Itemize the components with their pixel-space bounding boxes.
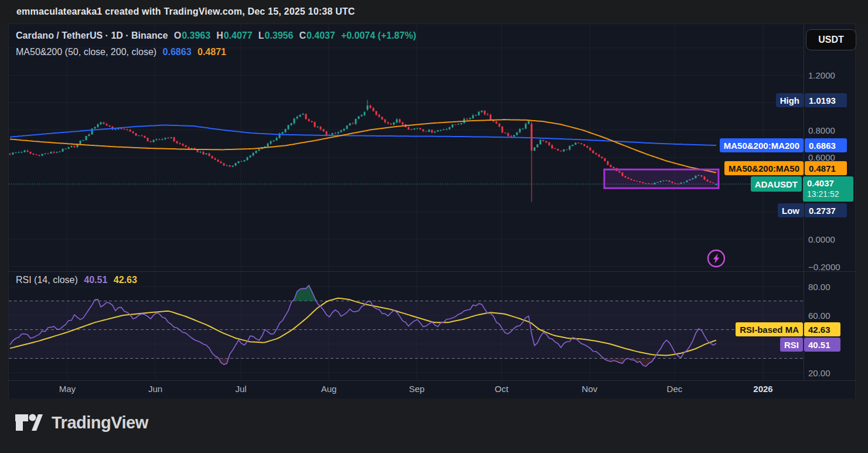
rsi-ma-badge-value: 42.63 (804, 322, 840, 336)
ma-indicator-legend[interactable]: MA50&200 (50, close, 200, close) 0.6863 … (16, 47, 230, 57)
open-value: 0.3963 (182, 30, 210, 40)
rsi-badge-label: RSI (780, 338, 803, 352)
low-badge-label: Low (778, 203, 804, 217)
ma50-badge-value: 0.4871 (805, 161, 847, 175)
time-axis-label: Jun (148, 384, 162, 394)
symbol-legend[interactable]: Cardano / TetherUS · 1D · Binance O0.396… (16, 30, 420, 41)
tradingview-logo-text: TradingView (52, 413, 148, 432)
last-price-text: 0.4037 (807, 178, 834, 189)
ma50-legend-value: 0.4871 (198, 47, 226, 57)
ma200-price-badge: MA50&200:MA200 0.6863 (720, 138, 847, 152)
rsi-badge: RSI 40.51 (780, 338, 840, 352)
tradingview-logo[interactable]: TradingView (14, 410, 148, 435)
rsi-ma-legend-value: 42.63 (114, 275, 137, 285)
time-axis-label: Dec (667, 384, 683, 394)
time-axis-label: Jul (235, 384, 246, 394)
low-label: L (258, 30, 264, 40)
price-axis-tick: −0.2000 (808, 261, 840, 271)
high-value: 0.4077 (224, 30, 253, 40)
currency-toggle-button[interactable]: USDT (806, 29, 856, 50)
time-axis-label: Nov (582, 384, 598, 394)
ma-indicator-title[interactable]: MA50&200 (50, close, 200, close) (16, 47, 156, 57)
footer: TradingView (0, 398, 868, 453)
rsi-indicator-legend[interactable]: RSI (14, close) 40.51 42.63 (16, 275, 141, 285)
rsi-legend-value: 40.51 (84, 275, 107, 285)
chart-canvas[interactable] (9, 24, 855, 399)
rsi-indicator-title[interactable]: RSI (14, close) (16, 275, 78, 285)
attribution-text: emmaculatearaka1 created with TradingVie… (16, 0, 355, 23)
last-badge-value: 0.4037 13:21:52 (803, 176, 853, 202)
high-price-badge: High 1.0193 (776, 93, 847, 107)
rsi-axis-tick: 60.00 (808, 311, 830, 321)
tradingview-logo-icon (14, 410, 43, 435)
high-badge-value: 1.0193 (805, 93, 847, 107)
rsi-axis-tick: 20.00 (808, 368, 830, 378)
bar-countdown: 13:21:52 (807, 189, 839, 200)
low-price-badge: Low 0.2737 (778, 203, 847, 217)
price-axis-tick: 1.2000 (808, 70, 835, 80)
tradingview-chart-page: emmaculatearaka1 created with TradingVie… (0, 0, 868, 453)
close-label: C (299, 30, 306, 40)
high-badge-label: High (776, 93, 804, 107)
price-axis-tick: 0.8000 (808, 125, 835, 135)
rsi-ma-badge-label: RSI-based MA (736, 322, 803, 336)
symbol-title[interactable]: Cardano / TetherUS · 1D · Binance (16, 30, 168, 40)
ma200-badge-label: MA50&200:MA200 (720, 138, 804, 152)
box-annotation-fill (604, 169, 719, 188)
ma50-price-badge: MA50&200:MA50 0.4871 (724, 161, 847, 175)
last-badge-symbol: ADAUSDT (751, 176, 802, 192)
last-price-badge: ADAUSDT 0.4037 13:21:52 (751, 176, 853, 202)
ma50-line (10, 120, 716, 172)
high-label: H (216, 30, 223, 40)
change-value: +0.0074 (+1.87%) (341, 30, 416, 40)
price-axis-tick: 0.0000 (808, 234, 835, 244)
ma200-legend-value: 0.6863 (163, 47, 192, 57)
ma200-badge-value: 0.6863 (805, 138, 847, 152)
time-axis-label: 2026 (753, 384, 772, 394)
low-badge-value: 0.2737 (805, 203, 847, 217)
attribution-bar: emmaculatearaka1 created with TradingVie… (0, 0, 868, 23)
close-value: 0.4037 (307, 30, 335, 40)
ma50-badge-label: MA50&200:MA50 (724, 161, 804, 175)
ma200-line (10, 125, 716, 145)
flash-icon[interactable] (708, 250, 724, 267)
open-label: O (174, 30, 181, 40)
rsi-ma-badge: RSI-based MA 42.63 (736, 322, 840, 336)
time-axis-label: Sep (409, 384, 425, 394)
low-value: 0.3956 (264, 30, 293, 40)
rsi-axis-tick: 80.00 (808, 282, 830, 292)
chart-widget[interactable]: Cardano / TetherUS · 1D · Binance O0.396… (8, 23, 856, 400)
time-axis-label: Aug (321, 384, 337, 394)
time-axis-label: Oct (495, 384, 508, 394)
time-axis-label: May (59, 384, 76, 394)
rsi-badge-value: 40.51 (804, 338, 840, 352)
